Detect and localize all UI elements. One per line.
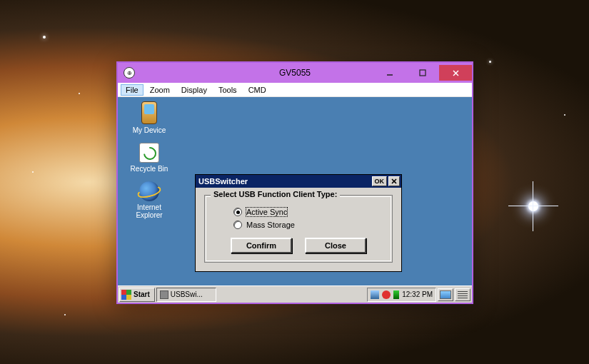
dialog-x-button[interactable]	[388, 176, 400, 186]
tray-clock[interactable]: 12:32 PM	[402, 290, 433, 298]
menu-cmd[interactable]: CMD	[243, 84, 271, 96]
menu-file[interactable]: File	[121, 84, 144, 96]
my-device-icon	[141, 101, 157, 124]
task-label: USBSwi...	[171, 290, 203, 298]
desktop-icon-my-device[interactable]: My Device	[124, 101, 175, 134]
radio-label: Mass Storage	[246, 221, 295, 229]
desktop-icon-label: Internet Explorer	[124, 203, 175, 219]
dialog-ok-button[interactable]: OK	[372, 176, 388, 186]
close-icon	[391, 178, 397, 184]
radio-icon	[233, 208, 242, 216]
wallpaper-star	[489, 61, 491, 63]
close-button[interactable]	[439, 65, 472, 81]
task-icon	[160, 290, 168, 299]
show-desktop-button[interactable]	[438, 288, 453, 301]
tray-icon-battery[interactable]	[393, 290, 399, 299]
maximize-button[interactable]	[406, 65, 439, 81]
desktop-icons: My Device Recycle Bin Internet Explorer	[124, 101, 175, 228]
close-icon	[452, 69, 460, 77]
desktop-icon-label: Recycle Bin	[124, 165, 175, 173]
tray-icon-status[interactable]	[382, 290, 391, 299]
radio-active-sync[interactable]: Active Sync	[233, 208, 383, 216]
usbswitcher-dialog: USBSwitcher OK Select USB Function Clien…	[195, 174, 402, 272]
sip-keyboard-button[interactable]	[455, 288, 470, 301]
host-titlebar[interactable]: ⊕ GV5055	[118, 63, 472, 83]
wallpaper-star	[528, 201, 538, 211]
taskbar-task-usbswitcher[interactable]: USBSwi...	[156, 288, 216, 302]
tray-icon-connection[interactable]	[371, 290, 379, 299]
usb-function-group: Select USB Function Client Type: Active …	[204, 195, 393, 263]
minimize-button[interactable]	[373, 65, 406, 81]
start-button[interactable]: Start	[119, 288, 155, 302]
wallpaper-star	[64, 314, 66, 315]
maximize-icon	[419, 69, 426, 76]
desktop-icon-internet-explorer[interactable]: Internet Explorer	[124, 181, 175, 219]
host-window: ⊕ GV5055 File Zoom Display Tools CMD My …	[116, 61, 473, 304]
windows-flag-icon	[121, 290, 131, 300]
radio-label: Active Sync	[246, 208, 287, 216]
wallpaper-star	[43, 36, 46, 39]
desktop-icon-recycle-bin[interactable]: Recycle Bin	[124, 143, 175, 173]
wallpaper-star	[79, 93, 80, 94]
wallpaper-star	[32, 171, 34, 173]
ce-taskbar: Start USBSwi... 12:32 PM	[118, 285, 472, 303]
menu-display[interactable]: Display	[176, 84, 212, 96]
start-label: Start	[134, 290, 150, 298]
group-legend: Select USB Function Client Type:	[211, 190, 340, 198]
dialog-titlebar[interactable]: USBSwitcher OK	[196, 175, 401, 188]
radio-mass-storage[interactable]: Mass Storage	[233, 221, 383, 229]
close-button-dialog[interactable]: Close	[305, 238, 366, 253]
host-title-text: GV5055	[279, 68, 311, 78]
menu-zoom[interactable]: Zoom	[145, 84, 175, 96]
emulated-desktop[interactable]: My Device Recycle Bin Internet Explorer …	[118, 97, 472, 303]
internet-explorer-icon	[139, 181, 159, 201]
svg-rect-1	[420, 70, 426, 76]
minimize-icon	[386, 69, 393, 76]
menu-tools[interactable]: Tools	[213, 84, 242, 96]
dialog-title-text: USBSwitcher	[198, 177, 248, 186]
dialog-body: Select USB Function Client Type: Active …	[196, 188, 401, 271]
host-menubar: File Zoom Display Tools CMD	[118, 83, 472, 97]
system-tray: 12:32 PM	[367, 288, 436, 302]
confirm-button[interactable]: Confirm	[231, 238, 292, 253]
radio-icon	[233, 221, 242, 229]
recycle-bin-icon	[139, 143, 159, 163]
wallpaper-star	[564, 114, 565, 116]
desktop-icon-label: My Device	[124, 126, 175, 134]
app-icon: ⊕	[124, 67, 135, 79]
